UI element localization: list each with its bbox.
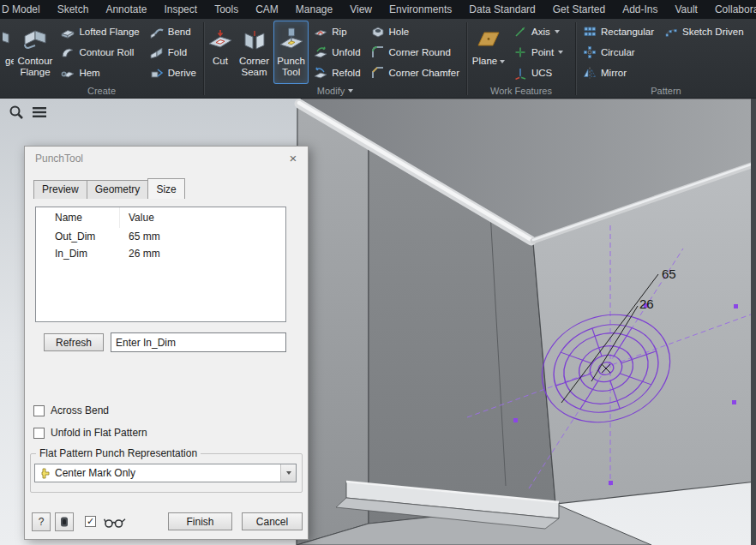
ribbon-group-pattern: Rectangular Circular Mirror Sketch Drive… bbox=[576, 19, 756, 98]
circular-pattern-button[interactable]: Circular bbox=[579, 42, 657, 63]
fold-icon bbox=[150, 45, 164, 59]
value-input[interactable] bbox=[111, 332, 286, 352]
browser-menu-icon[interactable] bbox=[33, 106, 46, 118]
sheet-metal-part[interactable] bbox=[297, 99, 756, 545]
across-bend-checkbox[interactable]: Across Bend bbox=[33, 404, 109, 416]
hem-button[interactable]: Hem bbox=[57, 63, 142, 83]
menu-item-add-ins[interactable]: Add-Ins bbox=[614, 0, 666, 19]
punch-representation-dropdown[interactable]: Center Mark Only bbox=[34, 464, 297, 482]
cancel-button[interactable]: Cancel bbox=[242, 512, 303, 530]
search-icon[interactable] bbox=[9, 105, 24, 120]
flange-button-label: ge bbox=[5, 56, 11, 67]
point-flyout-caret-icon bbox=[558, 51, 563, 54]
mirror-label: Mirror bbox=[601, 68, 627, 78]
close-icon[interactable]: × bbox=[285, 151, 301, 166]
dimension-inner[interactable]: 26 bbox=[639, 296, 654, 311]
ribbon-group-create: ge Contour Flange Lofted Flange Contour … bbox=[0, 19, 203, 98]
lofted-flange-button[interactable]: Lofted Flange bbox=[57, 21, 142, 42]
tab-size[interactable]: Size bbox=[147, 178, 184, 199]
menu-item-view[interactable]: View bbox=[341, 0, 381, 19]
unfold-button[interactable]: Unfold bbox=[310, 42, 363, 63]
menu-item-data-standard[interactable]: Data Standard bbox=[460, 0, 543, 19]
tab-geometry[interactable]: Geometry bbox=[87, 180, 149, 199]
punchtool-dialog: PunchTool × Preview Geometry Size Name V… bbox=[24, 146, 309, 540]
fold-button[interactable]: Fold bbox=[147, 42, 200, 63]
refresh-button[interactable]: Refresh bbox=[44, 333, 104, 351]
menu-item-annotate[interactable]: Annotate bbox=[97, 0, 155, 19]
hole-button[interactable]: Hole bbox=[368, 21, 463, 42]
flange-button-partial[interactable]: ge bbox=[3, 21, 14, 83]
checkbox-box[interactable]: ✓ bbox=[85, 516, 96, 527]
dialog-tabs: Preview Geometry Size bbox=[33, 178, 184, 199]
across-bend-label: Across Bend bbox=[51, 404, 109, 416]
ribbon: ge Contour Flange Lofted Flange Contour … bbox=[0, 19, 756, 99]
menu-item-get-started[interactable]: Get Started bbox=[544, 0, 614, 19]
point-button[interactable]: Point bbox=[510, 42, 567, 63]
sketch-driven-button[interactable]: Sketch Driven bbox=[661, 21, 747, 42]
rectangular-pattern-button[interactable]: Rectangular bbox=[579, 21, 657, 42]
dimension-outer[interactable]: 65 bbox=[662, 267, 676, 281]
circular-pattern-icon bbox=[583, 45, 597, 59]
menu-item-sketch[interactable]: Sketch bbox=[49, 0, 98, 19]
corner-seam-button[interactable]: Corner Seam bbox=[236, 21, 273, 83]
finish-button[interactable]: Finish bbox=[168, 512, 232, 530]
bend-label: Bend bbox=[168, 27, 191, 37]
menu-item-collaborate[interactable]: Collaborate bbox=[706, 0, 756, 19]
dropdown-arrow[interactable] bbox=[280, 464, 296, 482]
rip-button[interactable]: Rip bbox=[310, 21, 363, 42]
plane-flyout-caret-icon bbox=[500, 60, 505, 63]
menu-item-vault[interactable]: Vault bbox=[666, 0, 705, 19]
lock-icon bbox=[58, 516, 70, 528]
size-table[interactable]: Name Value Out_Dim 65 mm In_Dim 26 mm bbox=[35, 207, 286, 322]
circular-pattern-label: Circular bbox=[601, 47, 635, 57]
menubar: D Model Sketch Annotate Inspect Tools CA… bbox=[0, 0, 756, 19]
plane-button[interactable]: Plane bbox=[470, 21, 507, 83]
cut-button[interactable]: Cut bbox=[207, 21, 234, 83]
menu-item-environments[interactable]: Environments bbox=[381, 0, 460, 19]
ucs-button[interactable]: UCS bbox=[510, 63, 567, 83]
refold-button[interactable]: Refold bbox=[310, 63, 363, 83]
bend-icon bbox=[150, 25, 164, 39]
viewport[interactable]: 65 26 PunchTool × Preview Geometry bbox=[0, 99, 756, 545]
dropdown-selected-value: Center Mark Only bbox=[55, 467, 135, 479]
sketch-driven-icon bbox=[664, 25, 678, 39]
row-value: 65 mm bbox=[120, 231, 160, 243]
contour-flange-button[interactable]: Contour Flange bbox=[15, 21, 56, 83]
modify-group-label[interactable]: Modify bbox=[204, 84, 466, 98]
tab-preview[interactable]: Preview bbox=[33, 180, 87, 199]
menu-item-model[interactable]: D Model bbox=[0, 0, 49, 19]
contour-roll-button[interactable]: Contour Roll bbox=[57, 42, 142, 63]
table-row[interactable]: In_Dim 26 mm bbox=[36, 245, 285, 262]
derive-button[interactable]: Derive bbox=[147, 63, 200, 83]
bend-button[interactable]: Bend bbox=[147, 21, 200, 42]
plane-label: Plane bbox=[472, 56, 497, 67]
menu-item-cam[interactable]: CAM bbox=[247, 0, 287, 19]
preview-checkbox[interactable]: ✓ bbox=[85, 516, 96, 527]
flat-pattern-group-label: Flat Pattern Punch Representation bbox=[36, 447, 201, 459]
menu-item-tools[interactable]: Tools bbox=[206, 0, 247, 19]
punch-tool-icon bbox=[278, 26, 305, 53]
help-button[interactable]: ? bbox=[32, 512, 51, 531]
cut-label: Cut bbox=[209, 56, 231, 67]
hole-icon bbox=[371, 25, 385, 39]
corner-round-button[interactable]: Corner Round bbox=[368, 42, 463, 63]
corner-seam-label: Corner Seam bbox=[238, 56, 270, 78]
menu-item-manage[interactable]: Manage bbox=[287, 0, 341, 19]
table-row[interactable]: Out_Dim 65 mm bbox=[36, 228, 285, 245]
corner-seam-icon bbox=[241, 26, 268, 53]
checkbox-box[interactable] bbox=[33, 428, 45, 439]
rip-icon bbox=[314, 25, 327, 39]
lock-button[interactable] bbox=[55, 512, 74, 531]
mirror-button[interactable]: Mirror bbox=[579, 63, 657, 83]
unfold-flat-pattern-checkbox[interactable]: Unfold in Flat Pattern bbox=[33, 427, 147, 439]
corner-chamfer-button[interactable]: Corner Chamfer bbox=[368, 63, 463, 83]
rectangular-pattern-label: Rectangular bbox=[601, 27, 654, 37]
pattern-group-label: Pattern bbox=[576, 84, 756, 98]
axis-button[interactable]: Axis bbox=[510, 21, 567, 42]
preview-glasses-icon[interactable] bbox=[104, 517, 126, 531]
checkbox-box[interactable] bbox=[33, 405, 45, 416]
menu-item-inspect[interactable]: Inspect bbox=[155, 0, 206, 19]
flange-icon bbox=[3, 26, 12, 53]
row-name: Out_Dim bbox=[36, 231, 120, 243]
punch-tool-button[interactable]: Punch Tool bbox=[274, 21, 308, 83]
